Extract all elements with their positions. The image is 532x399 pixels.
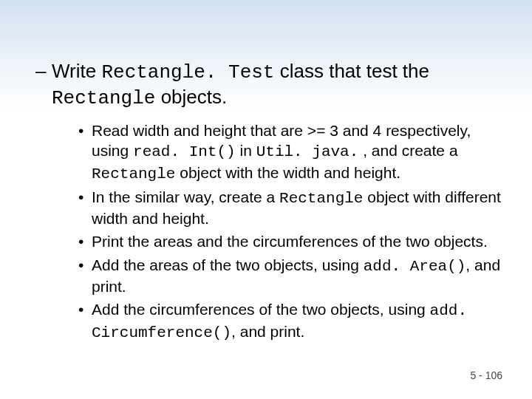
code-text: add. Area(): [364, 258, 466, 275]
main-text-part2: class that test the: [274, 60, 429, 82]
main-code-1: Rectangle. Test: [101, 61, 274, 83]
bullet-icon: •: [78, 255, 83, 275]
bullet-icon: •: [78, 299, 83, 319]
bullet-icon: •: [78, 187, 83, 207]
body-text: object with the width and height.: [175, 164, 400, 181]
main-bullet-item: – Write Rectangle. Test class that test …: [30, 59, 502, 110]
body-text: in: [236, 142, 256, 159]
sub-bullet-item: •Read width and height that are >= 3 and…: [78, 120, 502, 184]
sub-bullet-list: •Read width and height that are >= 3 and…: [30, 120, 502, 343]
body-text: In the similar way, create a: [92, 188, 279, 205]
main-text-part3: objects.: [155, 86, 227, 108]
dash-bullet: –: [35, 59, 46, 83]
main-code-2: Rectangle: [52, 87, 155, 109]
code-text: Util. java.: [256, 143, 359, 160]
bullet-icon: •: [78, 120, 83, 140]
sub-bullet-item: •Print the areas and the circumferences …: [78, 231, 502, 251]
body-text: , and create a: [358, 142, 457, 159]
code-text: read. Int(): [133, 143, 236, 160]
bullet-icon: •: [78, 231, 83, 251]
main-text-part1: Write: [52, 60, 101, 82]
sub-bullet-item: •Add the areas of the two objects, using…: [78, 255, 502, 297]
body-text: Add the areas of the two objects, using: [92, 256, 364, 273]
body-text: Add the circumferences of the two object…: [92, 301, 430, 318]
slide-number: 5 - 106: [470, 369, 502, 381]
slide: – Write Rectangle. Test class that test …: [0, 0, 532, 399]
sub-bullet-item: •Add the circumferences of the two objec…: [78, 299, 502, 343]
sub-bullet-item: •In the similar way, create a Rectangle …: [78, 187, 502, 229]
code-text: Rectangle: [92, 166, 175, 183]
code-text: Rectangle: [279, 190, 363, 207]
body-text: , and print.: [231, 323, 304, 340]
body-text: Print the areas and the circumferences o…: [92, 233, 488, 250]
